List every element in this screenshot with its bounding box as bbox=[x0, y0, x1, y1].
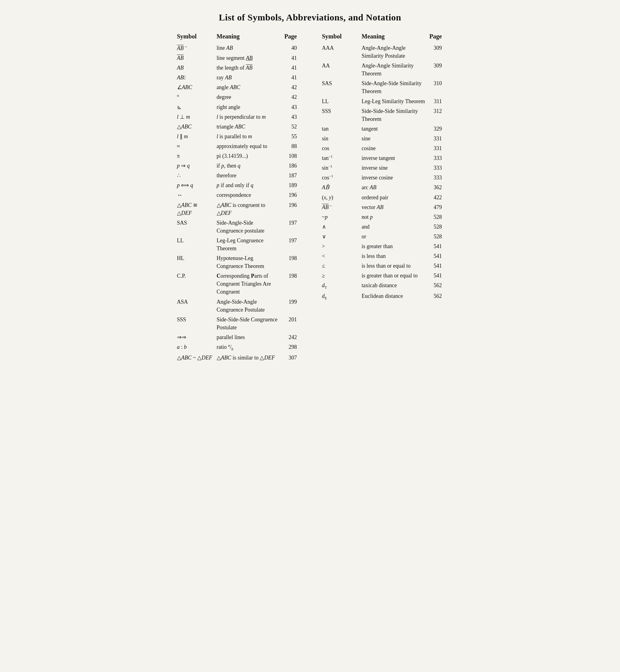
symbol-cell: < bbox=[321, 251, 361, 261]
table-row: πpi (3.14159...)108 bbox=[176, 151, 300, 161]
symbol-cell: a : b bbox=[176, 342, 215, 353]
symbol-cell: △ABC ≅ △DEF bbox=[176, 200, 215, 218]
table-row: °degree42 bbox=[176, 92, 300, 102]
meaning-cell: l is parallel to m bbox=[215, 131, 283, 141]
meaning-cell: Side-Angle-Side Similarity Theorem bbox=[361, 78, 428, 96]
symbol-cell: LL bbox=[321, 97, 361, 106]
page-cell: 479 bbox=[428, 202, 444, 212]
table-row: sin−1inverse sine333 bbox=[321, 163, 445, 173]
meaning-cell: angle ABC bbox=[215, 82, 283, 92]
left-table: Symbol Meaning Page AB→line AB40ABline s… bbox=[176, 32, 300, 362]
symbol-cell: l ⊥ m bbox=[176, 112, 215, 122]
right-header-page: Page bbox=[428, 32, 444, 43]
symbol-cell: ° bbox=[176, 92, 215, 102]
symbol-cell: AB bbox=[176, 53, 215, 63]
table-row: SASSide-Angle-Side Similarity Theorem310 bbox=[321, 78, 445, 96]
table-row: cos−1inverse cosine333 bbox=[321, 173, 445, 182]
table-row: ≤is less than or equal to541 bbox=[321, 261, 445, 271]
meaning-cell: line AB bbox=[215, 43, 283, 53]
table-row: l ∥ ml is parallel to m55 bbox=[176, 131, 300, 141]
table-row: ⊾right angle43 bbox=[176, 102, 300, 112]
meaning-cell: the length of AB bbox=[215, 63, 283, 73]
page-cell: 41 bbox=[283, 73, 299, 82]
right-table: Symbol Meaning Page AAAAngle-Angle-Angle… bbox=[321, 32, 445, 302]
meaning-cell: vector AB bbox=[361, 202, 428, 212]
table-row: AB̂arc AB362 bbox=[321, 182, 445, 192]
meaning-cell: pi (3.14159...) bbox=[215, 151, 283, 161]
meaning-cell: Leg-Leg Congruence Theorem bbox=[215, 236, 283, 253]
table-row: ∨or528 bbox=[321, 232, 445, 241]
page-cell: 309 bbox=[428, 43, 444, 61]
meaning-cell: Corresponding Parts of Congruent Triangl… bbox=[215, 271, 283, 297]
meaning-cell: Euclidean distance bbox=[361, 291, 428, 302]
symbol-cell: C.P. bbox=[176, 271, 215, 297]
table-row: ABline segment AB41 bbox=[176, 53, 300, 63]
table-row: ASAAngle-Side-Angle Congruence Postulate… bbox=[176, 297, 300, 315]
symbol-cell: SAS bbox=[176, 218, 215, 236]
table-row: LLLeg-Leg Similarity Theorem311 bbox=[321, 97, 445, 106]
symbol-cell: ⊾ bbox=[176, 102, 215, 112]
symbol-cell: AB⃗ bbox=[176, 73, 215, 82]
page-cell: 197 bbox=[283, 218, 299, 236]
symbol-cell: ∨ bbox=[321, 232, 361, 241]
table-row: HLHypotenuse-Leg Congruence Theorem198 bbox=[176, 253, 300, 271]
symbol-cell: ⇒⇒ bbox=[176, 332, 215, 342]
page-cell: 528 bbox=[428, 232, 444, 241]
table-row: △ABCtriangle ABC52 bbox=[176, 122, 300, 131]
table-row: l ⊥ ml is perpendicular to m43 bbox=[176, 112, 300, 122]
table-row: tan−1inverse tangent333 bbox=[321, 153, 445, 163]
meaning-cell: not p bbox=[361, 212, 428, 222]
table-row: AAAAngle-Angle-Angle Similarity Postulat… bbox=[321, 43, 445, 61]
symbol-cell: AB̂ bbox=[321, 182, 361, 192]
meaning-cell: is greater than bbox=[361, 241, 428, 251]
meaning-cell: taxicab distance bbox=[361, 280, 428, 291]
page-cell: 196 bbox=[283, 190, 299, 200]
table-row: <is less than541 bbox=[321, 251, 445, 261]
symbol-cell: ∧ bbox=[321, 222, 361, 232]
symbol-cell: HL bbox=[176, 253, 215, 271]
meaning-cell: Angle-Angle-Angle Similarity Postulate bbox=[361, 43, 428, 61]
page-cell: 333 bbox=[428, 173, 444, 182]
table-row: coscosine331 bbox=[321, 144, 445, 153]
symbol-cell: △ABC bbox=[176, 122, 215, 131]
page-cell: 197 bbox=[283, 236, 299, 253]
table-row: ≈approximately equal to88 bbox=[176, 141, 300, 151]
table-row: dTtaxicab distance562 bbox=[321, 280, 445, 291]
page-title: List of Symbols, Abbreviations, and Nota… bbox=[176, 12, 445, 22]
symbol-cell: π bbox=[176, 151, 215, 161]
page-cell: 43 bbox=[283, 112, 299, 122]
symbol-cell: ≈ bbox=[176, 141, 215, 151]
symbol-cell: tan bbox=[321, 124, 361, 134]
page-cell: 331 bbox=[428, 134, 444, 144]
meaning-cell: ordered pair bbox=[361, 192, 428, 202]
table-row: tantangent329 bbox=[321, 124, 445, 134]
symbol-cell: AB bbox=[176, 63, 215, 73]
left-table-group: Symbol Meaning Page AB→line AB40ABline s… bbox=[176, 32, 300, 362]
page-cell: 187 bbox=[283, 171, 299, 180]
table-row: SSSSide-Side-Side Congruence Postulate20… bbox=[176, 315, 300, 332]
symbol-cell: SSS bbox=[321, 106, 361, 124]
table-row: LLLeg-Leg Congruence Theorem197 bbox=[176, 236, 300, 253]
table-row: △ABC ≅ △DEF△ABC is congruent to △DEF196 bbox=[176, 200, 300, 218]
page-cell: 562 bbox=[428, 291, 444, 302]
symbol-cell: ≥ bbox=[321, 271, 361, 280]
table-row: SASSide-Angle-Side Congruence postulate1… bbox=[176, 218, 300, 236]
meaning-cell: l is perpendicular to m bbox=[215, 112, 283, 122]
page-cell: 528 bbox=[428, 212, 444, 222]
table-row: ~pnot p528 bbox=[321, 212, 445, 222]
meaning-cell: is less than bbox=[361, 251, 428, 261]
right-header-meaning: Meaning bbox=[361, 32, 428, 43]
table-row: ∠ABCangle ABC42 bbox=[176, 82, 300, 92]
meaning-cell: cosine bbox=[361, 144, 428, 153]
meaning-cell: Hypotenuse-Leg Congruence Theorem bbox=[215, 253, 283, 271]
symbol-cell: tan−1 bbox=[321, 153, 361, 163]
symbol-cell: l ∥ m bbox=[176, 131, 215, 141]
symbol-cell: SSS bbox=[176, 315, 215, 332]
page-cell: 541 bbox=[428, 261, 444, 271]
page-cell: 312 bbox=[428, 106, 444, 124]
symbol-cell: (x, y) bbox=[321, 192, 361, 202]
meaning-cell: Side-Angle-Side Congruence postulate bbox=[215, 218, 283, 236]
table-row: a : bratio a/b298 bbox=[176, 342, 300, 353]
page-cell: 189 bbox=[283, 180, 299, 190]
symbol-cell: p ⟺ q bbox=[176, 180, 215, 190]
